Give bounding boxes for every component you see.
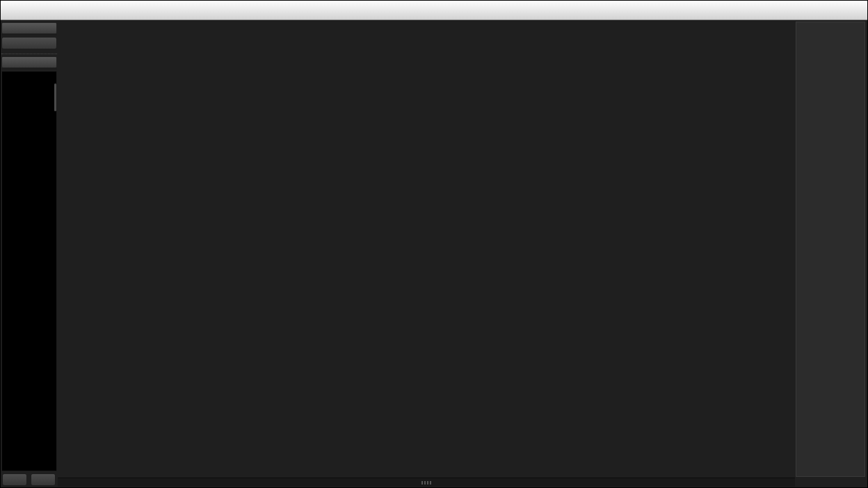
strips-row — [58, 31, 796, 477]
strips-list — [1, 34, 57, 35]
master-strip — [796, 22, 865, 477]
sidebar-empty-area — [1, 71, 57, 471]
sidebar-footer — [1, 471, 57, 487]
strips-panel-header — [1, 22, 57, 34]
sidebar — [1, 22, 57, 487]
sidebar-divider — [1, 49, 57, 54]
mixer-strips-area — [58, 22, 796, 477]
groups-list — [1, 68, 57, 70]
groups-panel-header — [1, 56, 57, 68]
scrollbar-grip[interactable] — [421, 481, 431, 485]
ardour-mixer-window — [0, 0, 868, 488]
horizontal-scrollbar[interactable] — [58, 478, 795, 487]
group-tabs-row — [58, 22, 796, 31]
add-group-button[interactable] — [2, 473, 27, 486]
add-strip-button[interactable] — [1, 37, 57, 49]
titlebar[interactable] — [1, 1, 867, 20]
strips-list-scrollbar[interactable] — [54, 83, 56, 111]
remove-group-button[interactable] — [31, 473, 56, 486]
